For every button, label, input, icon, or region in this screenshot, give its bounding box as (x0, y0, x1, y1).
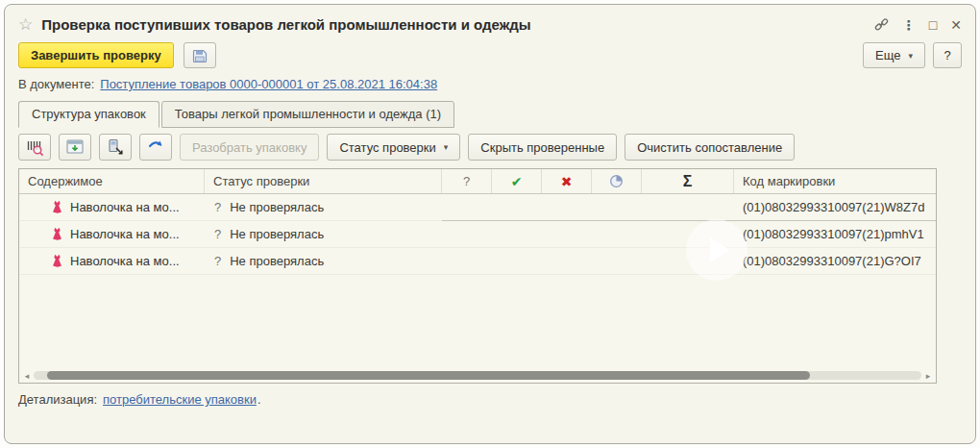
status-mark: ? (214, 254, 221, 268)
table-header-row: Содержимое Статус проверки ? ✔ ✖ Σ Код м… (19, 169, 936, 194)
hide-checked-button[interactable]: Скрыть проверенные (468, 134, 617, 161)
packages-table: Содержимое Статус проверки ? ✔ ✖ Σ Код м… (18, 168, 937, 384)
dress-icon (51, 254, 63, 268)
column-in-progress[interactable] (592, 169, 642, 193)
tab-package-structure[interactable]: Структура упаковок (18, 101, 159, 128)
horizontal-scrollbar: ◂ ▸ (19, 368, 936, 383)
maximize-icon[interactable]: □ (929, 18, 937, 32)
scroll-left-icon[interactable]: ◂ (22, 371, 32, 381)
help-button[interactable]: ? (933, 42, 962, 68)
more-menu-icon[interactable]: ⋮ (902, 18, 916, 32)
chevron-down-icon: ▾ (908, 51, 913, 61)
save-button[interactable] (184, 42, 216, 68)
refresh-button[interactable] (139, 134, 172, 161)
scrollbar-track[interactable] (34, 371, 921, 380)
column-check-status[interactable]: Статус проверки (205, 169, 442, 193)
command-bar: Завершить проверку Еще▾ ? (18, 42, 962, 68)
scroll-right-icon[interactable]: ▸ (923, 371, 933, 381)
marking-code: (01)08032993310097(21)pmhV1 (734, 221, 936, 247)
chevron-down-icon: ▾ (444, 142, 449, 152)
column-marking-code[interactable]: Код маркировки (734, 169, 936, 193)
status-text: Не проверялась (230, 227, 324, 241)
disassemble-package-button[interactable]: Разобрать упаковку (180, 134, 319, 161)
pie-chart-icon (609, 174, 624, 188)
tab-light-industry-goods[interactable]: Товары легкой промышленности и одежда (1… (161, 101, 454, 128)
barcode-search-icon (25, 137, 44, 157)
dress-icon (51, 200, 63, 214)
check-status-dropdown[interactable]: Статус проверки▾ (327, 134, 460, 161)
column-checked-icon[interactable]: ✔ (492, 169, 542, 193)
favorite-star-icon[interactable]: ☆ (18, 14, 33, 35)
table-row[interactable]: Наволочка на мо... ? Не проверялась (01)… (19, 248, 936, 275)
marking-code: (01)08032993310097(21)G?OI7 (734, 248, 936, 274)
detail-period: . (257, 392, 261, 407)
get-link-icon[interactable] (874, 17, 889, 32)
table-download-icon (65, 137, 85, 157)
marking-code: (01)08032993310097(21)W8Z7d (734, 194, 936, 220)
column-failed-icon[interactable]: ✖ (542, 169, 592, 193)
dress-icon (51, 227, 63, 241)
document-line: В документе: Поступление товаров 0000-00… (18, 77, 962, 91)
document-link[interactable]: Поступление товаров 0000-000001 от 25.08… (100, 77, 437, 91)
scrollbar-thumb[interactable] (47, 371, 811, 380)
status-mark: ? (214, 227, 221, 241)
status-text: Не проверялась (230, 254, 324, 268)
refresh-arrow-icon (146, 137, 165, 157)
detail-label: Детализация: (18, 392, 97, 407)
clear-matching-button[interactable]: Очистить сопоставление (625, 134, 795, 161)
document-label: В документе: (18, 77, 94, 91)
close-icon[interactable]: ✕ (950, 18, 962, 32)
terminal-export-button[interactable] (99, 134, 132, 161)
floppy-save-icon (191, 47, 208, 64)
fill-from-document-button[interactable] (59, 134, 91, 161)
status-mark: ? (214, 200, 221, 214)
table-row[interactable]: Наволочка на мо... ? Не проверялась (01)… (19, 221, 936, 248)
status-text: Не проверялась (230, 200, 324, 214)
consumer-packages-link[interactable]: потребительские упаковки (103, 392, 257, 407)
column-content[interactable]: Содержимое (19, 169, 205, 193)
barcode-search-button[interactable] (18, 134, 51, 161)
data-terminal-icon (106, 137, 125, 157)
finish-check-button[interactable]: Завершить проверку (18, 42, 174, 68)
column-unknown[interactable]: ? (442, 169, 492, 193)
item-name: Наволочка на мо... (70, 254, 180, 268)
page-title: Проверка поступивших товаров легкой пром… (41, 16, 874, 33)
item-name: Наволочка на мо... (70, 200, 180, 214)
detail-line: Детализация: потребительские упаковки . (18, 392, 962, 407)
item-name: Наволочка на мо... (70, 227, 180, 241)
more-actions-button[interactable]: Еще▾ (863, 42, 925, 68)
table-row[interactable]: Наволочка на мо... ? Не проверялась (01)… (19, 194, 936, 221)
title-bar: ☆ Проверка поступивших товаров легкой пр… (18, 14, 962, 35)
tab-bar: Структура упаковок Товары легкой промышл… (18, 101, 962, 128)
table-empty-area (19, 275, 936, 368)
table-toolbar: Разобрать упаковку Статус проверки▾ Скры… (18, 134, 962, 161)
column-total[interactable]: Σ (642, 169, 734, 193)
app-window: ☆ Проверка поступивших товаров легкой пр… (4, 4, 976, 444)
